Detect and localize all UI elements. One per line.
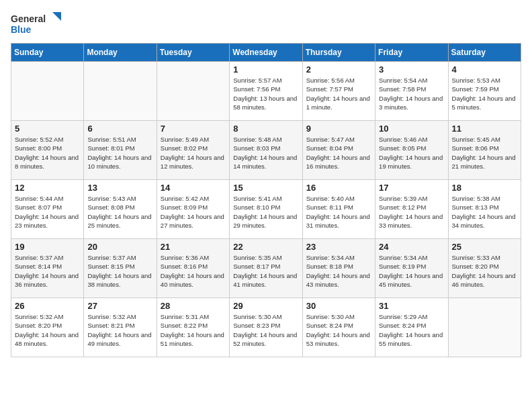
day-info: Sunrise: 5:49 AMSunset: 8:02 PMDaylight:… [161,135,226,171]
day-info: Sunrise: 5:46 AMSunset: 8:05 PMDaylight:… [379,135,444,171]
week-row-3: 12 Sunrise: 5:44 AMSunset: 8:07 PMDaylig… [11,180,521,239]
day-number: 23 [306,242,371,252]
day-number: 2 [306,64,371,75]
weekday-header-row: SundayMondayTuesdayWednesdayThursdayFrid… [11,44,521,62]
calendar-cell: 4 Sunrise: 5:53 AMSunset: 7:59 PMDayligh… [448,62,521,121]
calendar-cell: 9 Sunrise: 5:47 AMSunset: 8:04 PMDayligh… [302,121,375,180]
day-info: Sunrise: 5:47 AMSunset: 8:04 PMDaylight:… [306,135,371,171]
day-info: Sunrise: 5:57 AMSunset: 7:56 PMDaylight:… [233,76,298,111]
day-info: Sunrise: 5:56 AMSunset: 7:57 PMDaylight:… [306,76,371,111]
day-number: 17 [379,183,444,193]
calendar-cell [448,298,521,357]
day-info: Sunrise: 5:38 AMSunset: 8:13 PMDaylight:… [452,194,517,230]
weekday-header-friday: Friday [375,44,448,62]
weekday-header-thursday: Thursday [302,44,375,62]
day-info: Sunrise: 5:33 AMSunset: 8:20 PMDaylight:… [452,253,517,289]
day-number: 25 [452,242,517,252]
svg-text:Blue: Blue [11,24,32,35]
day-info: Sunrise: 5:32 AMSunset: 8:21 PMDaylight:… [87,312,152,348]
weekday-header-tuesday: Tuesday [157,44,229,62]
day-info: Sunrise: 5:48 AMSunset: 8:03 PMDaylight:… [233,135,298,171]
logo-svg: General Blue [11,11,64,38]
day-info: Sunrise: 5:32 AMSunset: 8:20 PMDaylight:… [15,312,80,348]
calendar-cell: 19 Sunrise: 5:37 AMSunset: 8:14 PMDaylig… [11,239,84,298]
day-number: 1 [233,64,298,75]
day-info: Sunrise: 5:29 AMSunset: 8:24 PMDaylight:… [379,312,444,348]
day-info: Sunrise: 5:35 AMSunset: 8:17 PMDaylight:… [233,253,298,289]
calendar-cell [157,62,229,121]
calendar-cell: 14 Sunrise: 5:42 AMSunset: 8:09 PMDaylig… [157,180,229,239]
day-number: 21 [161,242,226,252]
day-number: 19 [15,242,80,252]
day-info: Sunrise: 5:37 AMSunset: 8:15 PMDaylight:… [87,253,152,289]
day-number: 5 [15,124,80,134]
day-info: Sunrise: 5:34 AMSunset: 8:19 PMDaylight:… [379,253,444,289]
day-number: 12 [15,183,80,193]
calendar-cell: 12 Sunrise: 5:44 AMSunset: 8:07 PMDaylig… [11,180,84,239]
day-info: Sunrise: 5:39 AMSunset: 8:12 PMDaylight:… [379,194,444,230]
day-number: 13 [87,183,152,193]
day-info: Sunrise: 5:41 AMSunset: 8:10 PMDaylight:… [233,194,298,230]
day-number: 16 [306,183,371,193]
calendar-cell: 18 Sunrise: 5:38 AMSunset: 8:13 PMDaylig… [448,180,521,239]
calendar-cell: 25 Sunrise: 5:33 AMSunset: 8:20 PMDaylig… [448,239,521,298]
day-number: 14 [161,183,226,193]
day-number: 22 [233,242,298,252]
day-number: 28 [161,301,226,311]
calendar-cell: 2 Sunrise: 5:56 AMSunset: 7:57 PMDayligh… [302,62,375,121]
calendar-cell: 29 Sunrise: 5:30 AMSunset: 8:23 PMDaylig… [230,298,302,357]
logo: General Blue [11,11,64,38]
day-info: Sunrise: 5:40 AMSunset: 8:11 PMDaylight:… [306,194,371,230]
day-number: 31 [379,301,444,311]
day-info: Sunrise: 5:31 AMSunset: 8:22 PMDaylight:… [161,312,226,348]
calendar-table: SundayMondayTuesdayWednesdayThursdayFrid… [11,43,521,357]
day-info: Sunrise: 5:44 AMSunset: 8:07 PMDaylight:… [15,194,80,230]
calendar-cell: 24 Sunrise: 5:34 AMSunset: 8:19 PMDaylig… [375,239,448,298]
day-number: 20 [87,242,152,252]
calendar-cell: 16 Sunrise: 5:40 AMSunset: 8:11 PMDaylig… [302,180,375,239]
day-number: 24 [379,242,444,252]
day-info: Sunrise: 5:53 AMSunset: 7:59 PMDaylight:… [452,76,517,111]
day-info: Sunrise: 5:52 AMSunset: 8:00 PMDaylight:… [15,135,80,171]
day-number: 29 [233,301,298,311]
week-row-2: 5 Sunrise: 5:52 AMSunset: 8:00 PMDayligh… [11,121,521,180]
svg-marker-2 [52,12,61,21]
calendar-cell: 31 Sunrise: 5:29 AMSunset: 8:24 PMDaylig… [375,298,448,357]
week-row-4: 19 Sunrise: 5:37 AMSunset: 8:14 PMDaylig… [11,239,521,298]
week-row-5: 26 Sunrise: 5:32 AMSunset: 8:20 PMDaylig… [11,298,521,357]
calendar-cell: 13 Sunrise: 5:43 AMSunset: 8:08 PMDaylig… [84,180,157,239]
calendar-cell: 26 Sunrise: 5:32 AMSunset: 8:20 PMDaylig… [11,298,84,357]
calendar-cell: 7 Sunrise: 5:49 AMSunset: 8:02 PMDayligh… [157,121,229,180]
calendar-cell: 11 Sunrise: 5:45 AMSunset: 8:06 PMDaylig… [448,121,521,180]
weekday-header-saturday: Saturday [448,44,521,62]
day-info: Sunrise: 5:37 AMSunset: 8:14 PMDaylight:… [15,253,80,289]
calendar-cell: 10 Sunrise: 5:46 AMSunset: 8:05 PMDaylig… [375,121,448,180]
day-number: 4 [452,64,517,75]
calendar-cell: 30 Sunrise: 5:30 AMSunset: 8:24 PMDaylig… [302,298,375,357]
day-info: Sunrise: 5:36 AMSunset: 8:16 PMDaylight:… [161,253,226,289]
day-number: 7 [161,124,226,134]
day-info: Sunrise: 5:34 AMSunset: 8:18 PMDaylight:… [306,253,371,289]
calendar-cell: 21 Sunrise: 5:36 AMSunset: 8:16 PMDaylig… [157,239,229,298]
weekday-header-sunday: Sunday [11,44,84,62]
calendar-cell: 20 Sunrise: 5:37 AMSunset: 8:15 PMDaylig… [84,239,157,298]
svg-text:General: General [11,13,46,24]
calendar-cell [84,62,157,121]
day-info: Sunrise: 5:45 AMSunset: 8:06 PMDaylight:… [452,135,517,171]
day-number: 30 [306,301,371,311]
calendar-cell: 27 Sunrise: 5:32 AMSunset: 8:21 PMDaylig… [84,298,157,357]
day-info: Sunrise: 5:30 AMSunset: 8:23 PMDaylight:… [233,312,298,348]
calendar-cell: 23 Sunrise: 5:34 AMSunset: 8:18 PMDaylig… [302,239,375,298]
day-info: Sunrise: 5:42 AMSunset: 8:09 PMDaylight:… [161,194,226,230]
page-header: General Blue [11,11,521,38]
day-info: Sunrise: 5:43 AMSunset: 8:08 PMDaylight:… [87,194,152,230]
day-number: 10 [379,124,444,134]
day-number: 26 [15,301,80,311]
calendar-cell: 5 Sunrise: 5:52 AMSunset: 8:00 PMDayligh… [11,121,84,180]
day-number: 6 [87,124,152,134]
calendar-cell: 15 Sunrise: 5:41 AMSunset: 8:10 PMDaylig… [230,180,302,239]
weekday-header-wednesday: Wednesday [230,44,302,62]
day-number: 18 [452,183,517,193]
weekday-header-monday: Monday [84,44,157,62]
calendar-cell: 6 Sunrise: 5:51 AMSunset: 8:01 PMDayligh… [84,121,157,180]
